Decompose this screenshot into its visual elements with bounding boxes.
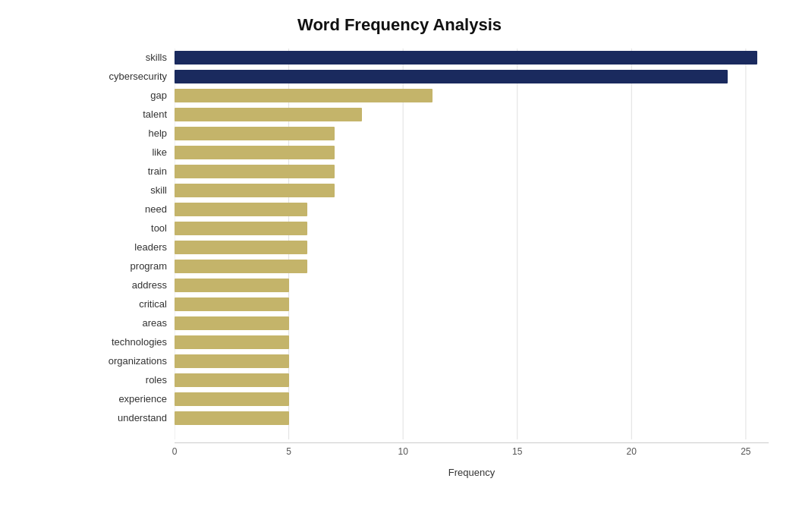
bar-fill xyxy=(175,260,307,273)
x-tick-label: 20 xyxy=(627,446,637,457)
bar-row: like xyxy=(175,143,769,161)
plot-area: skillscybersecuritygaptalenthelpliketrai… xyxy=(175,49,769,439)
bar-row: roles xyxy=(175,371,769,389)
bar-row: skill xyxy=(175,181,769,199)
x-tick-label: 25 xyxy=(741,446,750,457)
bar-row: cybersecurity xyxy=(175,68,769,85)
bar-fill xyxy=(175,222,307,235)
bar-fill xyxy=(175,127,335,140)
bar-label: program xyxy=(93,260,175,272)
bar-fill xyxy=(175,89,433,102)
bar-fill xyxy=(175,241,307,254)
bar-label: address xyxy=(93,279,175,291)
bar-row: technologies xyxy=(175,333,769,351)
bar-label: areas xyxy=(93,317,175,329)
bar-label: tool xyxy=(93,222,175,234)
bar-label: organizations xyxy=(93,355,175,367)
bar-label: help xyxy=(93,127,175,139)
bar-row: need xyxy=(175,200,769,218)
bar-fill xyxy=(175,184,335,197)
bar-label: like xyxy=(93,146,175,158)
x-tick-label: 15 xyxy=(512,446,522,457)
bar-row: critical xyxy=(175,295,769,313)
x-axis: 0510152025 xyxy=(175,442,769,465)
bar-row: tool xyxy=(175,219,769,237)
bar-fill xyxy=(175,108,362,121)
x-axis-title: Frequency xyxy=(175,467,769,478)
bar-row: areas xyxy=(175,314,769,332)
bar-row: understand xyxy=(175,409,769,427)
bar-fill xyxy=(175,70,728,83)
bar-row: program xyxy=(175,257,769,275)
bar-fill xyxy=(175,392,289,406)
chart-title: Word Frequency Analysis xyxy=(30,15,769,35)
bar-row: skills xyxy=(175,49,769,66)
bar-fill xyxy=(175,279,289,292)
bar-label: cybersecurity xyxy=(93,71,175,82)
bar-label: skills xyxy=(93,52,175,63)
bar-row: help xyxy=(175,124,769,142)
bar-row: experience xyxy=(175,390,769,408)
bar-row: train xyxy=(175,162,769,180)
bar-row: gap xyxy=(175,87,769,104)
bar-fill xyxy=(175,203,307,216)
bar-label: skill xyxy=(93,184,175,196)
bar-fill xyxy=(175,51,757,65)
x-tick-label: 0 xyxy=(172,446,178,457)
bar-fill xyxy=(175,373,289,387)
bar-label: critical xyxy=(93,298,175,310)
bar-fill xyxy=(175,316,289,330)
bars-container: skillscybersecuritygaptalenthelpliketrai… xyxy=(175,49,769,439)
bar-label: technologies xyxy=(93,336,175,348)
x-tick-label: 10 xyxy=(398,446,407,457)
bar-row: talent xyxy=(175,105,769,123)
bar-label: leaders xyxy=(93,241,175,253)
x-axis-labels: 0510152025 xyxy=(175,443,769,465)
bar-label: roles xyxy=(93,374,175,386)
bar-fill xyxy=(175,165,335,178)
bar-row: address xyxy=(175,276,769,294)
bar-label: understand xyxy=(93,412,175,423)
bar-fill xyxy=(175,335,289,349)
bar-label: experience xyxy=(93,393,175,405)
bar-label: train xyxy=(93,165,175,177)
chart-container: Word Frequency Analysis skillscybersecur… xyxy=(0,0,799,532)
bar-fill xyxy=(175,411,289,425)
bar-label: need xyxy=(93,203,175,215)
bar-row: leaders xyxy=(175,238,769,256)
bar-row: organizations xyxy=(175,352,769,370)
bar-fill xyxy=(175,146,335,159)
bar-label: talent xyxy=(93,109,175,120)
bar-label: gap xyxy=(93,90,175,101)
bar-fill xyxy=(175,354,289,368)
x-tick-label: 5 xyxy=(286,446,291,457)
bar-fill xyxy=(175,297,289,311)
